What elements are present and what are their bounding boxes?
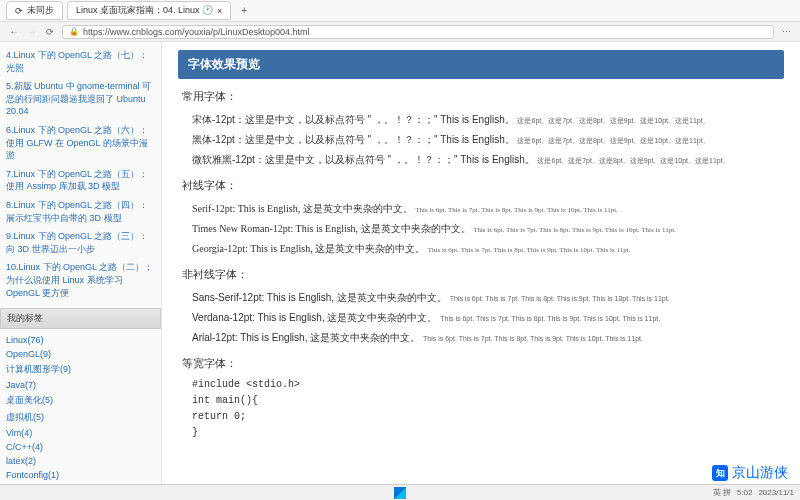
start-button[interactable] xyxy=(394,487,406,499)
sidebar-tag[interactable]: C/C++(4) xyxy=(6,440,155,454)
section-mono-fonts: 等宽字体： xyxy=(178,356,784,371)
clock-time: 5:02 xyxy=(737,488,753,497)
font-sample-sans: Sans-Serif-12pt: This is English, 这是英文中夹… xyxy=(178,288,784,308)
back-icon[interactable]: ← xyxy=(8,26,20,38)
font-sample-songti: 宋体-12pt：这里是中文，以及标点符号 " ，。！？：；" This is E… xyxy=(178,110,784,130)
main-content: 字体效果预览 常用字体： 宋体-12pt：这里是中文，以及标点符号 " ，。！？… xyxy=(162,42,800,484)
sidebar-tag[interactable]: Vim(4) xyxy=(6,426,155,440)
sidebar-tag[interactable]: Fontconfig(1) xyxy=(6,468,155,482)
sidebar-tag[interactable]: Linux(76) xyxy=(6,333,155,347)
forward-icon[interactable]: → xyxy=(26,26,38,38)
tab-label: 未同步 xyxy=(27,4,54,17)
sidebar: 4.Linux 下的 OpenGL 之路（七）：光照 5.新版 Ubuntu 中… xyxy=(0,42,162,484)
zhihu-icon: 知 xyxy=(712,465,728,481)
sidebar-item[interactable]: 9.Linux 下的 OpenGL 之路（三）：向 3D 世界迈出一小步 xyxy=(6,227,155,258)
sidebar-item[interactable]: 8.Linux 下的 OpenGL 之路（四）：展示红宝书中自带的 3D 模型 xyxy=(6,196,155,227)
tab-page[interactable]: Linux 桌面玩家指南：04. Linux 🕐× xyxy=(67,1,231,20)
new-tab-button[interactable]: + xyxy=(235,5,253,16)
section-sans-fonts: 非衬线字体： xyxy=(178,267,784,282)
url-input[interactable]: 🔒 https://www.cnblogs.com/youxia/p/Linux… xyxy=(62,25,774,39)
font-sample-serif: Serif-12pt: This is English, 这是英文中夹杂的中文。… xyxy=(178,199,784,219)
tab-label: Linux 桌面玩家指南：04. Linux 🕐 xyxy=(76,4,213,17)
sidebar-item[interactable]: 10.Linux 下的 OpenGL 之路（二）：为什么说使用 Linux 系统… xyxy=(6,258,155,302)
font-sample-georgia: Georgia-12pt: This is English, 这是英文中夹杂的中… xyxy=(178,239,784,259)
code-line: return 0; xyxy=(192,409,784,425)
close-icon[interactable]: × xyxy=(217,6,222,16)
address-bar: ← → ⟳ 🔒 https://www.cnblogs.com/youxia/p… xyxy=(0,22,800,42)
taskbar: 英 拼 5:02 2023/11/1 xyxy=(0,484,800,500)
sidebar-tags-header: 我的标签 xyxy=(0,308,161,329)
code-line: #include <stdio.h> xyxy=(192,377,784,393)
sidebar-tag[interactable]: 桌面美化(5) xyxy=(6,392,155,409)
font-sample-arial: Arial-12pt: This is English, 这是英文中夹杂的中文。… xyxy=(178,328,784,348)
sidebar-tag[interactable]: OpenGL(9) xyxy=(6,347,155,361)
page-content: 4.Linux 下的 OpenGL 之路（七）：光照 5.新版 Ubuntu 中… xyxy=(0,42,800,484)
code-line: } xyxy=(192,425,784,441)
code-line: int main(){ xyxy=(192,393,784,409)
author-name: 京山游侠 xyxy=(732,464,788,482)
font-sample-msyahei: 微软雅黑-12pt：这里是中文，以及标点符号 " ，。！？：；" This is… xyxy=(178,150,784,170)
font-sample-heiti: 黑体-12pt：这里是中文，以及标点符号 " ，。！？：；" This is E… xyxy=(178,130,784,150)
sidebar-tag[interactable]: 计算机图形学(9) xyxy=(6,361,155,378)
refresh-icon[interactable]: ⟳ xyxy=(44,26,56,38)
panel-title: 字体效果预览 xyxy=(178,50,784,79)
attribution: 知 京山游侠 xyxy=(712,464,788,482)
sync-icon: ⟳ xyxy=(15,6,23,16)
section-common-fonts: 常用字体： xyxy=(178,89,784,104)
sidebar-item[interactable]: 5.新版 Ubuntu 中 gnome-terminal 可恶的行间距问题逼我退… xyxy=(6,77,155,121)
sidebar-tag[interactable]: 虚拟机(5) xyxy=(6,409,155,426)
font-sample-verdana: Verdana-12pt: This is English, 这是英文中夹杂的中… xyxy=(178,308,784,328)
url-text: https://www.cnblogs.com/youxia/p/LinuxDe… xyxy=(83,27,310,37)
sidebar-tag[interactable]: latex(2) xyxy=(6,454,155,468)
font-sample-times: Times New Roman-12pt: This is English, 这… xyxy=(178,219,784,239)
tab-profile[interactable]: ⟳未同步 xyxy=(6,1,63,20)
ime-indicator[interactable]: 英 拼 xyxy=(713,487,731,498)
code-sample: #include <stdio.h> int main(){ return 0;… xyxy=(178,377,784,441)
section-serif-fonts: 衬线字体： xyxy=(178,178,784,193)
sidebar-item[interactable]: 4.Linux 下的 OpenGL 之路（七）：光照 xyxy=(6,46,155,77)
browser-tab-bar: ⟳未同步 Linux 桌面玩家指南：04. Linux 🕐× + xyxy=(0,0,800,22)
lock-icon: 🔒 xyxy=(69,27,79,36)
menu-icon[interactable]: ⋯ xyxy=(780,26,792,38)
sidebar-item[interactable]: 6.Linux 下的 OpenGL 之路（六）：使用 GLFW 在 OpenGL… xyxy=(6,121,155,165)
sidebar-item[interactable]: 7.Linux 下的 OpenGL 之路（五）：使用 Assimp 库加载 3D… xyxy=(6,165,155,196)
sidebar-tag[interactable]: Java(7) xyxy=(6,378,155,392)
clock-date: 2023/11/1 xyxy=(758,488,794,497)
